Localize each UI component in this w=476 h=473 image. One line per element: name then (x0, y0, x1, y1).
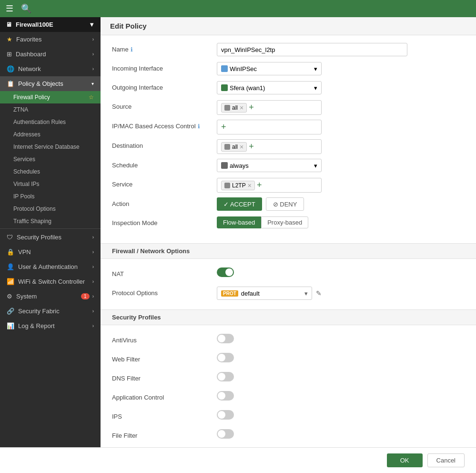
chevron-network: › (92, 66, 94, 72)
sidebar-item-traffic-shaping[interactable]: Traffic Shaping (0, 215, 101, 227)
sidebar-label-traffic-shaping: Traffic Shaping (13, 218, 51, 225)
sidebar-item-vpn[interactable]: 🔒 VPN › (0, 245, 101, 259)
security-profiles-icon: 🛡 (7, 234, 13, 241)
source-container[interactable]: all × + (217, 100, 322, 115)
security-fabric-icon: 🔗 (7, 308, 14, 315)
action-label: Action (112, 200, 129, 207)
accept-button[interactable]: ✓ ACCEPT (217, 197, 262, 211)
protocol-options-edit-icon[interactable]: ✎ (316, 289, 322, 297)
sidebar-label-services: Services (13, 156, 35, 163)
nat-toggle[interactable] (217, 267, 234, 277)
sidebar-label-policy-objects: Policy & Objects (18, 80, 63, 87)
ok-button[interactable]: OK (387, 453, 423, 467)
sidebar-label-system: System (16, 293, 37, 300)
security-profiles-header: Security Profiles (101, 309, 476, 325)
ips-label: IPS (112, 413, 122, 420)
sidebar-item-network[interactable]: 🌐 Network › (0, 62, 101, 76)
outgoing-interface-select[interactable]: Sfera (wan1) ▾ (217, 81, 322, 94)
sidebar-item-ztna[interactable]: ZTNA (0, 103, 101, 116)
destination-label: Destination (112, 142, 143, 149)
file-filter-toggle[interactable] (217, 429, 234, 439)
sidebar-item-security-fabric[interactable]: 🔗 Security Fabric › (0, 304, 101, 319)
sidebar-item-policy-objects[interactable]: 📋 Policy & Objects ▾ (0, 76, 101, 91)
wifi-icon: 📶 (7, 278, 14, 285)
dns-filter-label: DNS Filter (112, 375, 141, 382)
app-control-toggle[interactable] (217, 391, 234, 401)
sidebar-item-dashboard[interactable]: ⊞ Dashboard › (0, 47, 101, 62)
name-info-icon[interactable]: ℹ (131, 46, 133, 53)
menu-icon[interactable]: ☰ (6, 3, 13, 14)
chevron-wifi-switch: › (92, 279, 94, 284)
ipmac-add-button[interactable]: + (221, 122, 226, 132)
chevron-vpn: › (92, 249, 94, 255)
ips-toggle[interactable] (217, 410, 234, 420)
dns-filter-row: DNS Filter (112, 372, 465, 386)
service-container[interactable]: L2TP × + (217, 178, 322, 193)
system-icon: ⚙ (7, 293, 12, 300)
outgoing-interface-arrow: ▾ (314, 84, 317, 92)
sidebar-item-system[interactable]: ⚙ System 1 › (0, 289, 101, 304)
sidebar-item-virtual-ips[interactable]: Virtual IPs (0, 178, 101, 190)
incoming-interface-icon (221, 65, 228, 72)
antivirus-toggle[interactable] (217, 334, 234, 343)
proxy-based-button[interactable]: Proxy-based (261, 216, 308, 228)
sidebar-label-wifi-switch: WiFi & Switch Controller (18, 278, 85, 285)
favorites-icon: ★ (7, 36, 12, 43)
star-firewall-policy: ☆ (89, 94, 94, 101)
web-filter-row: Web Filter (112, 353, 465, 367)
sidebar-item-security-profiles[interactable]: 🛡 Security Profiles › (0, 230, 101, 245)
dns-filter-toggle[interactable] (217, 372, 234, 381)
sidebar-item-user-auth[interactable]: 👤 User & Authentication › (0, 259, 101, 274)
sidebar-label-addresses: Addresses (13, 131, 41, 138)
sidebar-item-schedules[interactable]: Schedules (0, 165, 101, 178)
sidebar-item-services[interactable]: Services (0, 153, 101, 165)
page-title: Edit Policy (101, 17, 476, 35)
device-header[interactable]: 🖥 Firewall100E ▼ (0, 17, 101, 32)
chevron-log-report: › (92, 323, 94, 329)
dashboard-icon: ⊞ (7, 51, 12, 58)
service-add-button[interactable]: + (257, 180, 262, 190)
schedule-arrow: ▾ (314, 162, 317, 169)
sidebar-item-auth-rules[interactable]: Authentication Rules (0, 116, 101, 128)
inspection-mode-row: Inspection Mode Flow-based Proxy-based (112, 216, 465, 231)
destination-add-button[interactable]: + (249, 142, 254, 152)
cancel-button[interactable]: Cancel (427, 453, 465, 467)
service-tag-icon (224, 183, 230, 188)
sidebar-item-favorites[interactable]: ★ Favorites › (0, 32, 101, 47)
system-badge: 1 (81, 293, 90, 299)
name-input[interactable] (217, 43, 407, 56)
sidebar-label-ip-pools: IP Pools (13, 193, 34, 200)
ipmac-info-icon[interactable]: ℹ (198, 123, 200, 130)
ipmac-container[interactable]: + (217, 120, 322, 134)
source-add-button[interactable]: + (249, 103, 254, 113)
sidebar-item-addresses[interactable]: Addresses (0, 128, 101, 141)
sidebar-label-virtual-ips: Virtual IPs (13, 181, 39, 187)
sidebar-item-protocol-options[interactable]: Protocol Options (0, 203, 101, 215)
sidebar-item-internet-service-db[interactable]: Internet Service Database (0, 141, 101, 153)
destination-remove-icon[interactable]: × (240, 143, 243, 151)
device-chevron: ▼ (89, 21, 95, 28)
sidebar-item-firewall-policy[interactable]: Firewall Policy ☆ (0, 91, 101, 103)
sidebar-item-ip-pools[interactable]: IP Pools (0, 190, 101, 203)
service-remove-icon[interactable]: × (248, 182, 252, 189)
file-filter-row: File Filter (112, 429, 465, 443)
protocol-options-select[interactable]: PROT default ▾ (217, 287, 312, 300)
destination-container[interactable]: all × + (217, 139, 322, 154)
nat-label: NAT (112, 270, 124, 278)
web-filter-toggle[interactable] (217, 353, 234, 362)
schedule-value: always (230, 162, 249, 169)
sidebar-item-wifi-switch[interactable]: 📶 WiFi & Switch Controller › (0, 274, 101, 289)
protocol-options-label: Protocol Options (112, 289, 158, 297)
search-icon[interactable]: 🔍 (21, 3, 31, 14)
device-icon: 🖥 (6, 21, 12, 28)
prot-badge: PROT (221, 290, 238, 297)
user-auth-icon: 👤 (7, 263, 14, 270)
flow-based-button[interactable]: Flow-based (217, 216, 261, 228)
schedule-select[interactable]: always ▾ (217, 159, 322, 172)
sidebar-label-auth-rules: Authentication Rules (13, 119, 66, 125)
sidebar-item-log-report[interactable]: 📊 Log & Report › (0, 319, 101, 333)
source-remove-icon[interactable]: × (240, 104, 243, 112)
deny-button[interactable]: ⊘ DENY (266, 197, 304, 211)
incoming-interface-select[interactable]: WinIPSec ▾ (217, 62, 322, 75)
ipmac-row: IP/MAC Based Access Control ℹ + (112, 120, 465, 134)
